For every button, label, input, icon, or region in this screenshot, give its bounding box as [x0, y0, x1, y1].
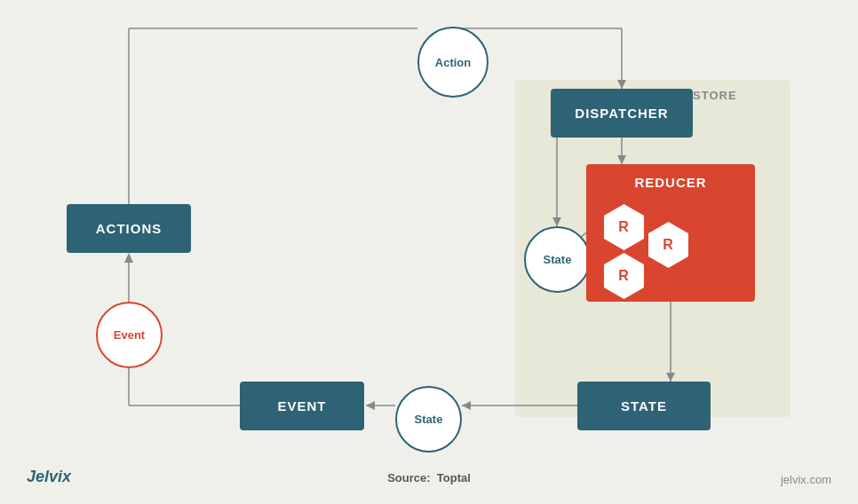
- svg-marker-6: [124, 253, 133, 263]
- dispatcher-box: DISPATCHER: [551, 89, 693, 138]
- event-label: EVENT: [277, 398, 326, 413]
- actions-box: ACTIONS: [67, 204, 191, 253]
- state-box: STATE: [577, 382, 711, 430]
- event-box: EVENT: [240, 382, 364, 430]
- state-reducer-label: State: [544, 253, 572, 266]
- reducer-label: REDUCER: [586, 175, 755, 190]
- source-value: Toptal: [437, 471, 471, 484]
- store-label: STORE: [693, 89, 737, 102]
- state-event-label: State: [415, 413, 443, 426]
- event-circle: Event: [96, 302, 163, 368]
- actions-label: ACTIONS: [96, 221, 163, 236]
- brand-right: jelvix.com: [781, 473, 831, 486]
- action-label: Action: [435, 56, 471, 69]
- diagram-container: STORE: [0, 0, 858, 504]
- hex-r-bottom: R: [604, 253, 644, 299]
- state-reducer-circle: State: [524, 226, 591, 293]
- svg-marker-13: [462, 401, 471, 410]
- dispatcher-label: DISPATCHER: [575, 106, 668, 121]
- svg-marker-15: [366, 401, 375, 410]
- hex-r-top: R: [604, 204, 644, 250]
- source-text: Source: Toptal: [387, 471, 471, 484]
- hex-r-right: R: [648, 222, 688, 268]
- state-label: STATE: [621, 398, 667, 413]
- source-label: Source:: [387, 471, 430, 484]
- action-circle: Action: [417, 27, 489, 98]
- reducer-box: REDUCER R R R: [586, 164, 755, 302]
- brand-left: Jelvix: [27, 468, 71, 486]
- event-circle-label: Event: [114, 328, 145, 342]
- state-event-circle: State: [395, 386, 462, 453]
